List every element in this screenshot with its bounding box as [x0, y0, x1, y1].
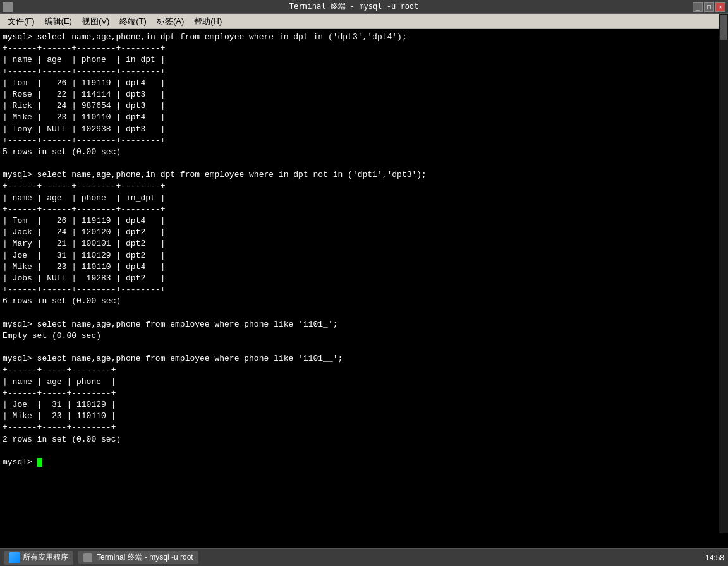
- taskbar-terminal[interactable]: Terminal 终端 - mysql -u root: [78, 551, 198, 564]
- taskbar-left: 所有应用程序 Terminal 终端 - mysql -u root: [4, 551, 198, 565]
- titlebar: Terminal 终端 - mysql -u root _ □ ✕: [0, 0, 728, 14]
- taskbar: 所有应用程序 Terminal 终端 - mysql -u root 14:58: [0, 548, 728, 566]
- titlebar-buttons: _ □ ✕: [693, 2, 725, 12]
- close-button[interactable]: ✕: [715, 2, 725, 12]
- app-label: 所有应用程序: [23, 552, 68, 563]
- terminal-output: mysql> select name,age,phone,in_dpt from…: [3, 32, 725, 468]
- menu-tabs[interactable]: 标签(A): [152, 15, 189, 28]
- minimize-button[interactable]: _: [693, 2, 703, 12]
- taskbar-app[interactable]: 所有应用程序: [4, 551, 73, 565]
- menu-terminal[interactable]: 终端(T): [114, 15, 152, 28]
- maximize-button[interactable]: □: [704, 2, 714, 12]
- menu-view[interactable]: 视图(V): [77, 15, 114, 28]
- terminal-area[interactable]: mysql> select name,age,phone,in_dpt from…: [0, 29, 728, 548]
- titlebar-title: Terminal 终端 - mysql -u root: [15, 1, 693, 12]
- taskbar-time: 14:58: [705, 553, 724, 562]
- menu-help[interactable]: 帮助(H): [189, 15, 227, 28]
- terminal-icon: [3, 2, 13, 12]
- menu-file[interactable]: 文件(F): [3, 15, 40, 28]
- scrollbar[interactable]: [719, 14, 728, 533]
- menubar: 文件(F) 编辑(E) 视图(V) 终端(T) 标签(A) 帮助(H): [0, 14, 728, 29]
- terminal-task-icon: [83, 553, 92, 562]
- menu-edit[interactable]: 编辑(E): [40, 15, 77, 28]
- scrollbar-thumb[interactable]: [720, 15, 727, 40]
- app-icon: [9, 552, 20, 563]
- terminal-task-label: Terminal 终端 - mysql -u root: [97, 552, 193, 563]
